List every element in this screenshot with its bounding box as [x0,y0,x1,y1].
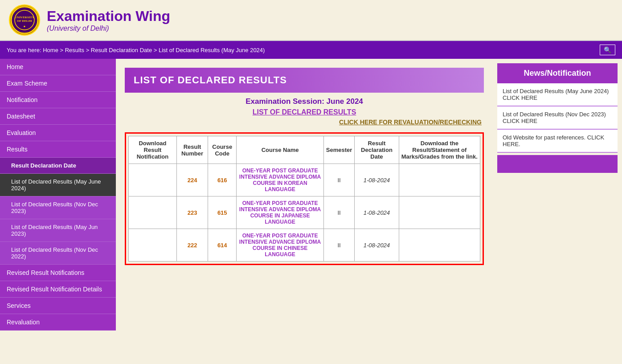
cell-result-number: 222 [176,229,208,262]
cell-course-name: ONE-YEAR POST GRADUATE INTENSIVE ADVANCE… [237,164,323,196]
cell-result-number: 223 [176,196,208,229]
cell-date: 1-08-2024 [355,196,399,229]
table-row: 222614ONE-YEAR POST GRADUATE INTENSIVE A… [129,229,480,262]
right-panel: News/Notification List of Declared Resul… [493,59,622,364]
col-header-course-code: Course Code [208,136,237,164]
sidebar-item-result-declaration-date[interactable]: Result Declaration Date [0,158,116,174]
sidebar-item-evaluation[interactable]: Evaluation [0,125,116,141]
sidebar-item-declared-nov-dec-2022[interactable]: List of Declared Results (Nov Dec 2022) [0,242,116,265]
declared-results-link[interactable]: LIST OF DECLARED RESULTS [125,108,484,116]
breadcrumb-bar: You are here: Home > Results > Result De… [0,41,622,59]
site-header: UNIVERSITY OF DELHI ■ Examination Wing (… [0,0,622,41]
cell-date: 1-08-2024 [355,164,399,196]
sidebar: Home Exam Scheme Notification Datesheet … [0,59,116,364]
table-row: 224616ONE-YEAR POST GRADUATE INTENSIVE A… [129,164,480,196]
table-row: 223615ONE-YEAR POST GRADUATE INTENSIVE A… [129,196,480,229]
cell-course-code: 615 [208,196,237,229]
sidebar-item-declared-may-june-2024[interactable]: List of Declared Results (May June 2024) [0,174,116,196]
col-header-course-name: Course Name [237,136,323,164]
revaluation-link[interactable]: CLICK HERE FOR REVALUATION/RECHECKING [125,119,484,126]
sidebar-item-datesheet[interactable]: Datesheet [0,108,116,125]
site-title: Examination Wing [47,8,170,25]
exam-session: Examination Session: June 2024 [125,97,484,106]
cell-course-code: 616 [208,164,237,196]
svg-text:UNIVERSITY: UNIVERSITY [15,16,34,19]
cell-download-link[interactable] [399,229,480,262]
sidebar-item-revaluation[interactable]: Revaluation [0,314,116,331]
cell-download[interactable] [129,229,177,262]
sidebar-item-exam-scheme[interactable]: Exam Scheme [0,75,116,92]
col-header-download-notification: Download Result Notification [129,136,177,164]
news-item-0[interactable]: List of Declared Results (May June 2024)… [497,83,618,106]
cell-course-name: ONE-YEAR POST GRADUATE INTENSIVE ADVANCE… [237,229,323,262]
results-table-wrapper: Download Result Notification Result Numb… [125,132,484,265]
sidebar-item-notification[interactable]: Notification [0,92,116,108]
sidebar-item-revised-notification-details[interactable]: Revised Result Notification Details [0,281,116,298]
col-header-download-link: Download the Result/Statement of Marks/G… [399,136,480,164]
sidebar-item-home[interactable]: Home [0,59,116,75]
news-item-1[interactable]: List of Declared Results (Nov Dec 2023) … [497,106,618,130]
news-item-2[interactable]: Old Website for past references. CLICK H… [497,130,618,153]
cell-course-code: 614 [208,229,237,262]
col-header-declaration-date: Result Declaration Date [355,136,399,164]
main-content: LIST OF DECLARED RESULTS Examination Ses… [116,59,493,364]
cell-download-link[interactable] [399,164,480,196]
page-heading: LIST OF DECLARED RESULTS [125,68,484,93]
cell-semester: II [323,196,355,229]
sidebar-item-declared-nov-dec-2023[interactable]: List of Declared Results (Nov Dec 2023) [0,196,116,219]
search-button[interactable]: 🔍 [600,45,615,55]
main-layout: Home Exam Scheme Notification Datesheet … [0,59,622,364]
sidebar-item-declared-may-jun-2023[interactable]: List of Declared Results (May Jun 2023) [0,219,116,242]
breadcrumb: You are here: Home > Results > Result De… [7,47,265,53]
header-title-block: Examination Wing (University of Delhi) [47,8,170,33]
svg-text:■: ■ [24,25,25,28]
site-subtitle: (University of Delhi) [47,25,170,33]
university-logo: UNIVERSITY OF DELHI ■ [9,4,40,36]
sidebar-item-services[interactable]: Services [0,298,116,314]
cell-download[interactable] [129,196,177,229]
cell-download-link[interactable] [399,196,480,229]
col-header-result-number: Result Number [176,136,208,164]
news-header: News/Notification [497,63,618,83]
news-purple-bar [497,155,618,173]
cell-course-name: ONE-YEAR POST GRADUATE INTENSIVE ADVANCE… [237,196,323,229]
cell-date: 1-08-2024 [355,229,399,262]
cell-result-number: 224 [176,164,208,196]
col-header-semester: Semester [323,136,355,164]
cell-download[interactable] [129,164,177,196]
cell-semester: II [323,164,355,196]
sidebar-item-results[interactable]: Results [0,141,116,158]
news-box: News/Notification List of Declared Resul… [497,63,618,153]
cell-semester: II [323,229,355,262]
results-table: Download Result Notification Result Numb… [128,136,480,262]
sidebar-item-revised-notifications[interactable]: Revised Result Notifications [0,265,116,281]
svg-text:OF DELHI: OF DELHI [17,19,32,23]
